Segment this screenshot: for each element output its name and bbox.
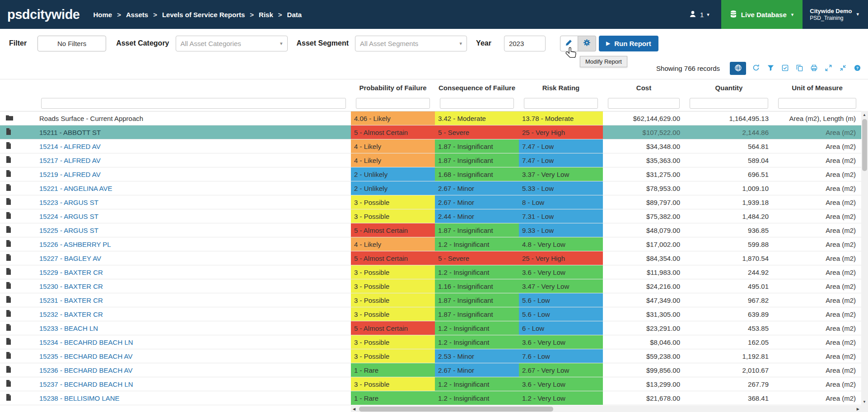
scroll-down-arrow-icon[interactable]: ▼ [863,400,866,404]
horizontal-scrollbar[interactable]: ◀ ▶ [351,406,861,412]
asset-name[interactable]: 15219 - ALFRED AV [39,171,101,178]
asset-name[interactable]: 15238 - BELLISIMO LANE [39,394,120,402]
asset-name[interactable]: 15230 - BAXTER CR [39,282,103,290]
filter-button[interactable] [767,65,774,73]
table-row[interactable]: 15231 - BAXTER CR 3 - Possible 1.87 - In… [0,293,861,307]
column-select-button[interactable] [782,65,789,73]
table-row[interactable]: 15233 - BEACH LN 5 - Almost Certain 1.2 … [0,321,861,335]
user-menu[interactable]: 1 ▾ [689,10,709,19]
expand-button[interactable] [825,65,832,73]
account-menu[interactable]: Citywide Demo PSD_Training ▾ [810,8,859,21]
breadcrumb-item[interactable]: Assets [126,11,148,19]
asset-name[interactable]: 15221 - ANGELINA AVE [39,185,112,192]
asset-name[interactable]: 15232 - BAXTER CR [39,310,103,318]
asset-name[interactable]: 15224 - ARGUS ST [39,213,98,220]
table-row[interactable]: 15234 - BECAHRD BEACH LN 3 - Possible 1.… [0,335,861,349]
table-row[interactable]: 15214 - ALFRED AV 4 - Likely 1.87 - Insi… [0,139,861,153]
table-row[interactable]: 15229 - BAXTER CR 3 - Possible 1.2 - Ins… [0,265,861,279]
asset-name[interactable]: 15236 - BECHARD BEACH AV [39,366,132,374]
col-header-unit[interactable]: Unit of Measure [773,84,861,92]
asset-category-select[interactable]: All Asset Categories ▾ [176,36,288,51]
asset-name[interactable]: 15237 - BECHARD BEACH LN [39,380,133,388]
consequence-cell: 5 - Severe [435,251,519,265]
globe-button[interactable] [730,62,746,75]
filter-input-unit[interactable] [778,98,856,109]
printer-icon [811,65,817,73]
risk-rating-cell: 7.47 - Low [519,139,603,153]
vertical-scrollbar[interactable]: ▲ ▼ [861,111,868,406]
table-row[interactable]: 15232 - BAXTER CR 3 - Possible 1.87 - In… [0,307,861,321]
quantity-cell: 2,010.67 [685,366,773,374]
asset-name[interactable]: 15229 - BAXTER CR [39,268,103,276]
asset-name[interactable]: 15214 - ALFRED AV [39,143,101,150]
run-report-label: Run Report [614,40,651,47]
globe-icon [734,64,742,73]
col-header-cost[interactable]: Cost [603,84,685,92]
table-row[interactable]: 15227 - BAGLEY AV 5 - Almost Certain 5 -… [0,251,861,265]
asset-name[interactable]: 15226 - ASHBERRY PL [39,241,111,248]
scroll-right-arrow-icon[interactable]: ▶ [857,407,859,411]
table-row[interactable]: 15211 - ABBOTT ST 5 - Almost Certain 5 -… [0,125,861,139]
hand-cursor-icon [565,46,578,62]
table-row[interactable]: Roads Surface - Current Approach 4.06 - … [0,111,861,125]
breadcrumb-item[interactable]: Risk [259,11,273,19]
filter-input-probability[interactable] [356,98,430,109]
app-logo[interactable]: psdcitywide [0,7,93,22]
table-row[interactable]: 15223 - ARGUS ST 3 - Possible 2.67 - Min… [0,195,861,209]
year-input[interactable] [504,36,546,51]
filter-input-risk[interactable] [524,98,598,109]
table-row[interactable]: 15230 - BAXTER CR 3 - Possible 1.16 - In… [0,279,861,293]
copy-button[interactable] [796,65,803,73]
filter-input-cost[interactable] [608,98,680,109]
risk-rating-cell: 7.6 - Low [519,349,603,363]
scroll-left-arrow-icon[interactable]: ◀ [353,407,355,411]
consequence-cell: 1.16 - Insignificant [435,279,519,293]
asset-name[interactable]: Roads Surface - Current Approach [39,115,143,122]
svg-text:?: ? [856,65,859,70]
col-header-consequence[interactable]: Consequence of Failure [435,84,519,92]
table-row[interactable]: 15236 - BECHARD BEACH AV 1 - Rare 2.67 -… [0,363,861,377]
table-row[interactable]: 15217 - ALFRED AV 4 - Likely 1.87 - Insi… [0,153,861,167]
risk-rating-cell: 4.8 - Very Low [519,237,603,251]
col-header-quantity[interactable]: Quantity [685,84,773,92]
table-row[interactable]: 15221 - ANGELINA AVE 2 - Unlikely 2.67 -… [0,181,861,195]
breadcrumb-item[interactable]: Levels of Service Reports [162,11,245,19]
quantity-cell: 162.05 [685,338,773,346]
asset-name[interactable]: 15234 - BECAHRD BEACH LN [39,338,133,346]
asset-name[interactable]: 15231 - BAXTER CR [39,296,103,304]
filter-input-name[interactable] [41,98,346,109]
filter-input-consequence[interactable] [440,98,514,109]
table-row[interactable]: 15225 - ARGUS ST 5 - Almost Certain 1.87… [0,223,861,237]
table-row[interactable]: 15235 - BECHARD BEACH AV 3 - Possible 2.… [0,349,861,363]
asset-segment-select[interactable]: All Asset Segments ▾ [355,36,467,51]
table-row[interactable]: 15226 - ASHBERRY PL 4 - Likely 1.2 - Ins… [0,237,861,251]
cost-cell: $31,275.00 [603,171,685,178]
table-row[interactable]: 15219 - ALFRED AV 2 - Unlikely 1.68 - In… [0,167,861,181]
no-filters-button[interactable]: No Filters [37,36,106,51]
asset-name[interactable]: 15211 - ABBOTT ST [39,129,101,136]
scroll-up-arrow-icon[interactable]: ▲ [863,113,866,117]
asset-name[interactable]: 15223 - ARGUS ST [39,199,98,206]
print-button[interactable] [811,65,817,73]
asset-name[interactable]: 15217 - ALFRED AV [39,157,101,164]
asset-name[interactable]: 15235 - BECHARD BEACH AV [39,352,132,360]
live-database-button[interactable]: Live Database ▾ [721,0,803,29]
horizontal-scroll-thumb[interactable] [359,407,553,412]
help-button[interactable]: ? [854,65,861,73]
asset-name[interactable]: 15227 - BAGLEY AV [39,255,101,262]
refresh-button[interactable] [752,64,760,73]
vertical-scroll-thumb[interactable] [862,119,867,171]
table-row[interactable]: 15238 - BELLISIMO LANE 1 - Rare 1.2 - In… [0,391,861,405]
asset-name[interactable]: 15233 - BEACH LN [39,324,98,332]
run-report-button[interactable]: ▶ Run Report [599,36,658,51]
table-row[interactable]: 15224 - ARGUS ST 3 - Possible 2.44 - Min… [0,209,861,223]
breadcrumb-item[interactable]: Home [93,11,112,19]
filter-input-quantity[interactable] [690,98,768,109]
collapse-button[interactable] [840,65,846,73]
modify-report-button[interactable] [578,36,596,51]
breadcrumb-item[interactable]: Data [287,11,302,19]
table-row[interactable]: 15237 - BECHARD BEACH LN 3 - Possible 1.… [0,377,861,391]
asset-name[interactable]: 15225 - ARGUS ST [39,227,98,234]
col-header-risk[interactable]: Risk Rating [519,84,603,92]
col-header-probability[interactable]: Probability of Failure [351,84,435,92]
